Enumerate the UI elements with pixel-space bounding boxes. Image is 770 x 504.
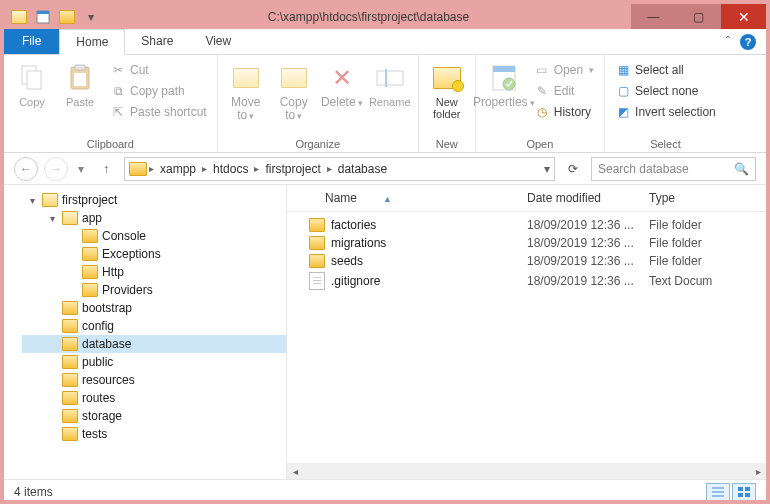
breadcrumb[interactable]: ▸ xampp▸ htdocs▸ firstproject▸ database … [124, 157, 555, 181]
tree-item[interactable]: tests [22, 425, 286, 443]
moveto-button[interactable]: Move to▾ [224, 58, 268, 136]
col-name[interactable]: Name▲ [295, 191, 527, 205]
folder-icon [62, 427, 78, 441]
group-clipboard: Copy Paste ✂Cut ⧉Copy path ⇱Paste shortc… [4, 55, 218, 152]
help-icon[interactable]: ? [740, 34, 756, 50]
history-button[interactable]: ◷History [530, 102, 598, 122]
item-name: migrations [331, 236, 386, 250]
tree-item[interactable]: config [22, 317, 286, 335]
invertselection-button[interactable]: ◩Invert selection [611, 102, 720, 122]
tab-view[interactable]: View [189, 29, 247, 54]
expand-icon[interactable]: ▾ [26, 195, 38, 206]
item-date: 18/09/2019 12:36 ... [527, 254, 649, 268]
properties-button[interactable]: Properties▾ [482, 58, 526, 136]
group-new: New folder New [419, 55, 476, 152]
minimize-button[interactable]: — [631, 4, 676, 29]
newfolder-button[interactable]: New folder [425, 58, 469, 136]
rename-button[interactable]: Rename [368, 58, 412, 136]
list-row[interactable]: factories18/09/2019 12:36 ...File folder [287, 216, 766, 234]
paste-button[interactable]: Paste [58, 58, 102, 136]
tree-item[interactable]: Http [22, 263, 286, 281]
folder-icon [42, 193, 58, 207]
thumbnails-view-button[interactable] [732, 483, 756, 501]
list-row[interactable]: migrations18/09/2019 12:36 ...File folde… [287, 234, 766, 252]
tree-item[interactable]: Exceptions [22, 245, 286, 263]
tree-item[interactable]: ▾app [22, 209, 286, 227]
selectall-icon: ▦ [615, 62, 631, 78]
tree-item[interactable]: Console [22, 227, 286, 245]
nav-tree[interactable]: ▾firstproject▾appConsoleExceptionsHttpPr… [4, 185, 287, 479]
edit-button[interactable]: ✎Edit [530, 81, 598, 101]
invert-icon: ◩ [615, 104, 631, 120]
crumb[interactable]: xampp [156, 162, 200, 176]
col-date[interactable]: Date modified [527, 191, 649, 205]
copyto-button[interactable]: Copy to▾ [272, 58, 316, 136]
tree-item-label: Http [102, 265, 124, 279]
qat-properties-icon[interactable] [32, 6, 54, 28]
window-controls: — ▢ ✕ [631, 4, 766, 29]
delete-button[interactable]: ✕Delete▾ [320, 58, 364, 136]
list-row[interactable]: .gitignore18/09/2019 12:36 ...Text Docum [287, 270, 766, 292]
tree-item[interactable]: routes [22, 389, 286, 407]
tab-home[interactable]: Home [59, 29, 125, 55]
explorer-icon [8, 6, 30, 28]
close-button[interactable]: ✕ [721, 4, 766, 29]
crumb[interactable]: htdocs [209, 162, 252, 176]
list-body[interactable]: factories18/09/2019 12:36 ...File folder… [287, 212, 766, 463]
selectall-button[interactable]: ▦Select all [611, 60, 720, 80]
pasteshortcut-button[interactable]: ⇱Paste shortcut [106, 102, 211, 122]
item-type: File folder [649, 254, 766, 268]
delete-icon: ✕ [326, 62, 358, 94]
folder-icon [82, 265, 98, 279]
tree-item[interactable]: bootstrap [22, 299, 286, 317]
tree-item-label: Providers [102, 283, 153, 297]
tree-item[interactable]: storage [22, 407, 286, 425]
tree-item[interactable]: Providers [22, 281, 286, 299]
quick-access-toolbar: ▾ [4, 6, 106, 28]
copy-button[interactable]: Copy [10, 58, 54, 136]
column-headers[interactable]: Name▲ Date modified Type [287, 185, 766, 212]
rename-icon [374, 62, 406, 94]
search-input[interactable]: Search database 🔍 [591, 157, 756, 181]
qat-dropdown-icon[interactable]: ▾ [80, 6, 102, 28]
open-button[interactable]: ▭Open▾ [530, 60, 598, 80]
qat-newfolder-icon[interactable] [56, 6, 78, 28]
recent-locations-button[interactable]: ▾ [74, 157, 88, 181]
selectnone-button[interactable]: ▢Select none [611, 81, 720, 101]
svg-rect-10 [493, 66, 515, 72]
item-date: 18/09/2019 12:36 ... [527, 274, 649, 288]
back-button[interactable]: ← [14, 157, 38, 181]
copypath-icon: ⧉ [110, 83, 126, 99]
address-dropdown-icon[interactable]: ▾ [544, 162, 550, 176]
list-row[interactable]: seeds18/09/2019 12:36 ...File folder [287, 252, 766, 270]
maximize-button[interactable]: ▢ [676, 4, 721, 29]
collapse-ribbon-icon[interactable]: ˆ [726, 35, 730, 49]
tab-share[interactable]: Share [125, 29, 189, 54]
group-organize: Move to▾ Copy to▾ ✕Delete▾ Rename Organi… [218, 55, 419, 152]
svg-rect-5 [75, 65, 85, 70]
tree-item[interactable]: resources [22, 371, 286, 389]
tree-item-label: Console [102, 229, 146, 243]
scroll-right-icon: ▸ [750, 466, 766, 477]
forward-button[interactable]: → [44, 157, 68, 181]
item-name: factories [331, 218, 376, 232]
cut-button[interactable]: ✂Cut [106, 60, 211, 80]
item-type: File folder [649, 236, 766, 250]
tree-item[interactable]: ▾firstproject [22, 191, 286, 209]
svg-rect-16 [745, 487, 750, 491]
paste-icon [64, 62, 96, 94]
crumb[interactable]: firstproject [261, 162, 324, 176]
details-view-button[interactable] [706, 483, 730, 501]
refresh-button[interactable]: ⟳ [561, 157, 585, 181]
tab-file[interactable]: File [4, 29, 59, 54]
expand-icon[interactable]: ▾ [46, 213, 58, 224]
copypath-button[interactable]: ⧉Copy path [106, 81, 211, 101]
folder-icon [62, 391, 78, 405]
crumb[interactable]: database [334, 162, 391, 176]
col-type[interactable]: Type [649, 191, 766, 205]
folder-icon [62, 355, 78, 369]
tree-item[interactable]: public [22, 353, 286, 371]
tree-item[interactable]: database [22, 335, 286, 353]
up-button[interactable]: ↑ [94, 157, 118, 181]
horizontal-scrollbar[interactable]: ◂▸ [287, 463, 766, 479]
